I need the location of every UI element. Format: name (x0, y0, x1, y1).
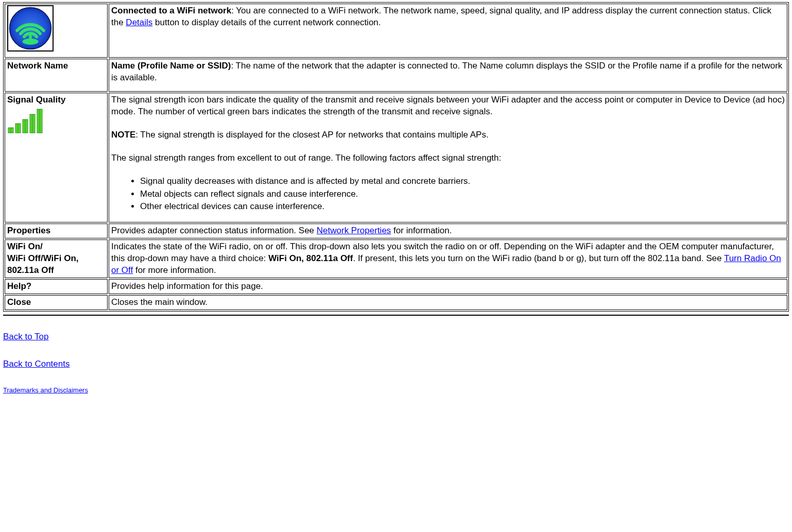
trademarks-link[interactable]: Trademarks and Disclaimers (3, 386, 88, 394)
signal-bars-icon (7, 108, 105, 138)
cell-help-desc: Provides help information for this page. (109, 279, 787, 294)
list-item: Other electrical devices can cause inter… (140, 201, 785, 213)
wifi-toggle-after: for more information. (133, 265, 216, 275)
cell-wifi-toggle-desc: Indicates the state of the WiFi radio, o… (109, 239, 787, 278)
note-body: : The signal strength is displayed for t… (135, 130, 488, 140)
wifi-toggle-label-line1: WiFi On/ (7, 242, 43, 251)
list-item: Signal quality decreases with distance a… (140, 176, 785, 187)
network-properties-link[interactable]: Network Properties (317, 226, 391, 235)
cell-network-name-label: Network Name (5, 59, 108, 92)
cell-connected-desc: Connected to a WiFi network: You are con… (109, 4, 787, 58)
cell-help-label: Help? (5, 279, 108, 294)
details-link[interactable]: Details (126, 18, 152, 27)
wifi-toggle-label-line2: WiFi Off/WiFi On, 802.11a Off (7, 253, 79, 275)
note-label: NOTE (111, 130, 135, 140)
wifi-connected-icon (7, 5, 54, 52)
section-divider (3, 315, 789, 316)
connected-body-after: button to display details of the current… (152, 18, 381, 27)
back-to-contents-link[interactable]: Back to Contents (3, 359, 70, 369)
cell-properties-label: Properties (5, 224, 108, 238)
svg-rect-7 (37, 109, 42, 133)
svg-rect-6 (30, 114, 35, 133)
network-name-desc-title: Name (Profile Name or SSID) (111, 61, 231, 71)
properties-before: Provides adapter connection status infor… (111, 226, 317, 235)
cell-close-label: Close (5, 295, 108, 310)
list-item: Metal objects can reflect signals and ca… (140, 188, 785, 200)
properties-after: for information. (391, 226, 452, 235)
signal-quality-factors: Signal quality decreases with distance a… (111, 176, 785, 213)
cell-connected-icon (5, 4, 108, 58)
back-to-top-link[interactable]: Back to Top (3, 332, 49, 341)
cell-network-name-desc: Name (Profile Name or SSID): The name of… (109, 59, 787, 92)
signal-quality-p3: The signal strength ranges from excellen… (111, 152, 785, 164)
connected-title: Connected to a WiFi network (111, 6, 231, 15)
svg-rect-5 (23, 119, 28, 133)
definition-table: Connected to a WiFi network: You are con… (3, 2, 789, 312)
cell-close-desc: Closes the main window. (109, 295, 787, 310)
wifi-toggle-mid: . If present, this lets you turn on the … (353, 253, 724, 263)
wifi-toggle-bold: WiFi On, 802.11a Off (268, 253, 353, 263)
cell-signal-quality-desc: The signal strength icon bars indicate t… (109, 93, 787, 223)
svg-rect-4 (15, 124, 21, 133)
cell-properties-desc: Provides adapter connection status infor… (109, 224, 787, 238)
cell-signal-quality-label: Signal Quality (5, 93, 108, 223)
signal-quality-p1: The signal strength icon bars indicate t… (111, 94, 785, 118)
svg-rect-3 (8, 128, 13, 133)
cell-wifi-toggle-label: WiFi On/ WiFi Off/WiFi On, 802.11a Off (5, 239, 108, 278)
signal-quality-note: NOTE: The signal strength is displayed f… (111, 129, 785, 141)
signal-quality-label-text: Signal Quality (7, 95, 65, 105)
